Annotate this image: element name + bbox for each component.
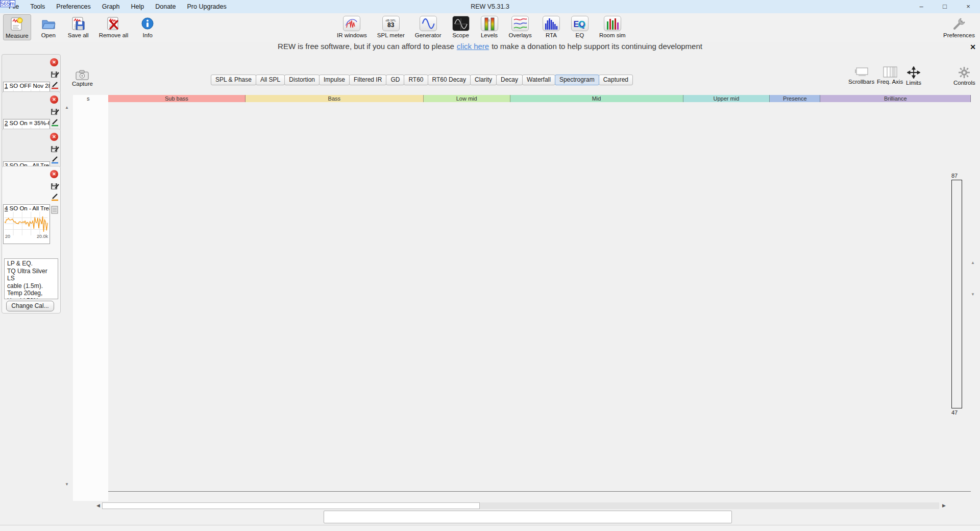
graph-tab-bar: SPL & PhaseAll SPLDistortionImpulseFilte… [211, 75, 632, 85]
hscroll-left-icon[interactable]: ◀ [96, 502, 100, 509]
rta-button[interactable]: RTA [540, 14, 562, 39]
tab-gd[interactable]: GD [386, 75, 404, 85]
levels-button[interactable]: 0Levels [478, 14, 501, 39]
band-sub-bass: Sub bass [108, 95, 246, 102]
save-all-button[interactable]: Save all [66, 14, 91, 40]
tab-clarity[interactable]: Clarity [470, 75, 497, 85]
notes-icon[interactable] [51, 206, 60, 213]
notes-scroll-down-icon[interactable]: ▼ [971, 292, 975, 297]
tab-decay[interactable]: Decay [496, 75, 523, 85]
preferences-button[interactable]: Preferences [941, 14, 977, 39]
measurement-thumbnail-4[interactable]: 4 SO On - All Treat2020.0k [3, 204, 50, 244]
minimize-button[interactable]: – [910, 0, 933, 13]
levels-icon: 0 [480, 15, 499, 32]
save-measurement-icon[interactable] [51, 108, 59, 115]
save-all-label: Save all [68, 32, 89, 38]
generator-button[interactable]: Generator [413, 14, 444, 39]
remove-measurement-icon[interactable]: ✕ [50, 58, 58, 66]
remove-measurement-icon[interactable]: ✕ [50, 95, 58, 104]
trace-settings-icon[interactable] [51, 156, 59, 164]
graph-legend [324, 511, 732, 523]
menu-donate[interactable]: Donate [150, 0, 181, 13]
close-button[interactable]: × [957, 0, 980, 13]
banner-close-icon[interactable]: ✕ [970, 43, 976, 51]
save-measurement-icon[interactable] [51, 70, 59, 78]
limits-button[interactable]: Limits [906, 66, 921, 86]
tab-captured[interactable]: Captured [599, 75, 633, 85]
hscroll-right-icon[interactable]: ▶ [942, 502, 946, 509]
remove-all-button[interactable]: Remove all [97, 14, 131, 40]
horizontal-scrollbar[interactable] [102, 502, 939, 509]
scroll-down-icon[interactable]: ▼ [65, 482, 69, 487]
menu-help[interactable]: Help [126, 0, 150, 13]
measurement-title: 2 SO On = 35%-65 [4, 119, 50, 127]
rta-label: RTA [546, 32, 557, 38]
save-measurement-icon[interactable] [51, 145, 59, 153]
spl-meter-button[interactable]: dB SPL83SPL meter [375, 14, 407, 39]
maximize-button[interactable]: □ [933, 0, 957, 13]
scroll-up-icon[interactable]: ▲ [65, 105, 69, 110]
spl-meter-icon: dB SPL83 [382, 15, 400, 32]
room-sim-button[interactable]: Room sim [597, 14, 628, 39]
trace-settings-icon[interactable] [51, 119, 59, 127]
toolbar-right-group: Preferences [941, 14, 977, 39]
scrollbars-button[interactable]: Scrollbars [848, 66, 874, 85]
measure-button[interactable]: Measure [3, 14, 31, 40]
info-button[interactable]: Info [136, 14, 159, 40]
donate-link[interactable]: click here [457, 42, 489, 51]
title-bar: FileToolsPreferencesGraphHelpDonatePro U… [0, 0, 980, 13]
menu-tools[interactable]: Tools [24, 0, 51, 13]
measurement-title: 4 SO On - All Treat [4, 205, 50, 212]
note-line: cable (1.5m). [7, 282, 51, 290]
spectrogram-plot[interactable] [108, 102, 971, 492]
tab-filtered-ir[interactable]: Filtered IR [349, 75, 386, 85]
menu-pro-upgrades[interactable]: Pro Upgrades [182, 0, 232, 13]
tab-impulse[interactable]: Impulse [319, 75, 350, 85]
thumbnail-axis-labels: 2020.0k [4, 234, 50, 239]
tab-rt60[interactable]: RT60 [404, 75, 428, 85]
scrollbars-label: Scrollbars [848, 79, 874, 85]
band-mid: Mid [510, 95, 683, 102]
scrollbars-icon [854, 66, 869, 78]
tab-spl-phase[interactable]: SPL & Phase [211, 75, 256, 85]
remove-measurement-icon[interactable]: ✕ [50, 170, 58, 178]
measurement-notes[interactable]: LP & EQ.TQ Ultra Silver LScable (1.5m).T… [4, 258, 58, 299]
trace-settings-icon[interactable] [51, 82, 59, 89]
capture-button[interactable]: Capture [72, 69, 92, 87]
tab-distortion[interactable]: Distortion [284, 75, 320, 85]
tab-rt60-decay[interactable]: RT60 Decay [428, 75, 471, 85]
save-measurement-icon[interactable] [51, 182, 59, 190]
freq-axis-icon [883, 66, 897, 78]
remove-all-icon [104, 15, 122, 32]
overlays-button[interactable]: Overlays [507, 14, 534, 39]
preferences-label: Preferences [943, 32, 975, 38]
tab-waterfall[interactable]: Waterfall [522, 75, 555, 85]
band-presence: Presence [770, 95, 820, 102]
hscroll-thumb[interactable] [102, 502, 480, 509]
spectrogram-canvas[interactable] [108, 102, 971, 492]
tab-spectrogram[interactable]: Spectrogram [555, 75, 599, 85]
controls-button[interactable]: Controls [953, 66, 975, 86]
remove-measurement-icon[interactable]: ✕ [50, 133, 58, 141]
freq-axis-button[interactable]: Freq. Axis [877, 66, 903, 85]
ir-windows-icon [342, 15, 361, 32]
spl-meter-label: SPL meter [377, 32, 405, 38]
open-label: Open [41, 32, 56, 38]
note-line: Temp 20deg, [7, 289, 51, 297]
menu-preferences[interactable]: Preferences [51, 0, 96, 13]
camera-icon [72, 69, 92, 81]
change-cal-button[interactable]: Change Cal... [6, 301, 54, 311]
rew-window: FileToolsPreferencesGraphHelpDonatePro U… [0, 0, 980, 531]
measure-icon [8, 16, 26, 32]
tab-all-spl[interactable]: All SPL [256, 75, 285, 85]
room-sim-label: Room sim [599, 32, 626, 38]
notes-scroll-up-icon[interactable]: ▲ [971, 260, 975, 265]
menu-graph[interactable]: Graph [96, 0, 126, 13]
trace-settings-icon[interactable] [51, 194, 59, 201]
generator-icon [419, 15, 437, 32]
limits-label: Limits [906, 80, 921, 86]
eq-button[interactable]: EQEQ [569, 14, 591, 39]
scope-button[interactable]: Scope [450, 14, 472, 39]
open-button[interactable]: Open [37, 14, 60, 40]
ir-windows-button[interactable]: IR windows [335, 14, 369, 39]
